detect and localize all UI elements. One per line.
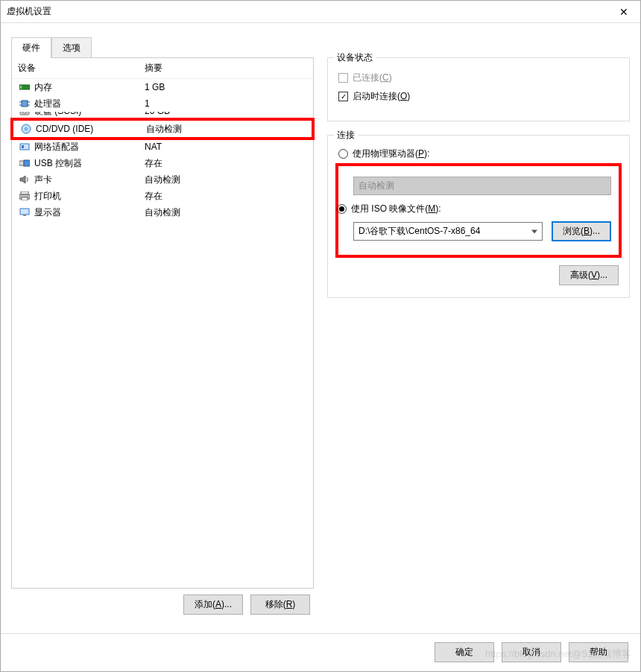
titlebar: 虚拟机设置 ✕ <box>1 1 640 23</box>
device-name: 处理器 <box>34 98 145 110</box>
device-list: 内存 1 GB 处理器 1 硬盘 (SCSI) 20 GB <box>12 79 313 221</box>
svg-marker-15 <box>20 176 25 183</box>
device-summary: 自动检测 <box>145 206 307 219</box>
physical-drive-row[interactable]: 使用物理驱动器(P): <box>338 148 619 160</box>
physical-drive-radio[interactable] <box>338 149 348 159</box>
window-title: 虚拟机设置 <box>7 5 613 18</box>
connection-group: 连接 使用物理驱动器(P): 自动检测 使用 ISO 映像文件(M): <box>327 135 630 298</box>
connect-on-power-checkbox[interactable]: ✓ <box>338 92 348 101</box>
device-name: 硬盘 (SCSI) <box>34 112 145 118</box>
tab-hardware[interactable]: 硬件 <box>11 37 51 58</box>
device-name: 声卡 <box>34 174 145 186</box>
svg-point-10 <box>25 128 28 130</box>
add-button[interactable]: 添加(A)... <box>183 595 243 615</box>
svg-rect-12 <box>22 145 24 148</box>
column-device: 设备 <box>18 62 145 75</box>
svg-rect-13 <box>19 161 24 165</box>
list-item[interactable]: USB 控制器 存在 <box>12 155 313 171</box>
device-detail-panel: 设备状态 已连接(C) ✓ 启动时连接(O) 连接 <box>314 57 630 589</box>
connect-on-power-label: 启动时连接(O) <box>353 90 410 103</box>
connected-label: 已连接(C) <box>353 72 392 84</box>
svg-rect-11 <box>20 144 29 150</box>
separator <box>1 633 640 634</box>
nic-icon <box>18 142 31 151</box>
tabs: 硬件 选项 <box>11 37 640 57</box>
device-list-header: 设备 摘要 <box>12 58 313 79</box>
advanced-button[interactable]: 高级(V)... <box>559 265 619 285</box>
svg-rect-19 <box>20 209 29 215</box>
column-summary: 摘要 <box>145 62 162 75</box>
device-summary: 1 <box>145 98 307 109</box>
list-item[interactable]: 声卡 自动检测 <box>12 171 313 188</box>
list-item[interactable]: 网络适配器 NAT <box>12 139 313 155</box>
device-status-group: 设备状态 已连接(C) ✓ 启动时连接(O) <box>327 57 630 121</box>
close-icon[interactable]: ✕ <box>613 3 634 21</box>
memory-icon <box>18 83 31 91</box>
dialog-buttons: 确定 取消 帮助 <box>435 642 628 662</box>
device-summary: NAT <box>145 142 307 152</box>
svg-rect-18 <box>22 197 28 200</box>
remove-button[interactable]: 移除(R) <box>250 595 310 615</box>
sound-icon <box>18 175 31 184</box>
list-item[interactable]: 显示器 自动检测 <box>12 204 313 221</box>
svg-point-8 <box>22 112 27 113</box>
printer-icon <box>18 191 31 200</box>
svg-rect-1 <box>20 86 22 89</box>
cancel-button[interactable]: 取消 <box>502 642 561 662</box>
connected-checkbox <box>338 73 348 83</box>
iso-path-combo[interactable]: D:\谷歌下载\CentOS-7-x86_64 <box>353 222 543 241</box>
hdd-icon <box>18 112 31 115</box>
device-list-panel: 设备 摘要 内存 1 GB 处理器 1 <box>11 57 314 589</box>
svg-rect-16 <box>21 191 28 194</box>
browse-button[interactable]: 浏览(B)... <box>552 221 611 241</box>
connected-checkbox-row: 已连接(C) <box>338 72 619 84</box>
device-summary: 存在 <box>145 190 307 203</box>
tab-options[interactable]: 选项 <box>51 37 92 58</box>
device-name: 网络适配器 <box>34 141 145 153</box>
device-summary: 20 GB <box>145 112 307 116</box>
cpu-icon <box>18 98 31 109</box>
usb-icon <box>18 159 31 167</box>
device-summary: 自动检测 <box>145 174 307 186</box>
device-name: 显示器 <box>34 206 145 219</box>
device-name: 内存 <box>34 81 145 94</box>
list-item[interactable]: 内存 1 GB <box>12 79 313 95</box>
vm-settings-window: 虚拟机设置 ✕ 硬件 选项 设备 摘要 内存 1 GB 处理 <box>0 0 641 672</box>
status-legend: 设备状态 <box>334 51 376 64</box>
list-item[interactable]: 打印机 存在 <box>12 188 313 204</box>
cd-icon <box>19 124 33 134</box>
device-summary: 自动检测 <box>146 123 306 136</box>
connection-legend: 连接 <box>334 129 358 142</box>
device-summary: 存在 <box>145 157 307 170</box>
iso-file-radio[interactable] <box>337 204 347 214</box>
device-name: 打印机 <box>34 190 145 203</box>
svg-rect-2 <box>22 101 28 107</box>
physical-drive-label: 使用物理驱动器(P): <box>353 148 429 160</box>
device-name: CD/DVD (IDE) <box>36 124 146 134</box>
svg-rect-20 <box>23 215 26 216</box>
physical-drive-select: 自动检测 <box>353 177 611 195</box>
iso-file-row[interactable]: 使用 ISO 映像文件(M): <box>337 203 611 215</box>
highlight-cd-dvd: CD/DVD (IDE) 自动检测 <box>10 118 315 140</box>
iso-path-value: D:\谷歌下载\CentOS-7-x86_64 <box>359 226 480 236</box>
display-icon <box>18 208 31 217</box>
list-item[interactable]: CD/DVD (IDE) 自动检测 <box>13 121 312 137</box>
list-item[interactable]: 处理器 1 <box>12 95 313 112</box>
connect-on-power-row[interactable]: ✓ 启动时连接(O) <box>338 90 619 103</box>
highlight-iso-section: 自动检测 使用 ISO 映像文件(M): D:\谷歌下载\CentOS-7-x8… <box>335 163 622 258</box>
ok-button[interactable]: 确定 <box>435 642 494 662</box>
help-button[interactable]: 帮助 <box>569 642 628 662</box>
iso-file-label: 使用 ISO 映像文件(M): <box>351 203 441 215</box>
device-summary: 1 GB <box>145 82 307 92</box>
device-name: USB 控制器 <box>34 157 145 170</box>
svg-rect-14 <box>24 160 30 166</box>
